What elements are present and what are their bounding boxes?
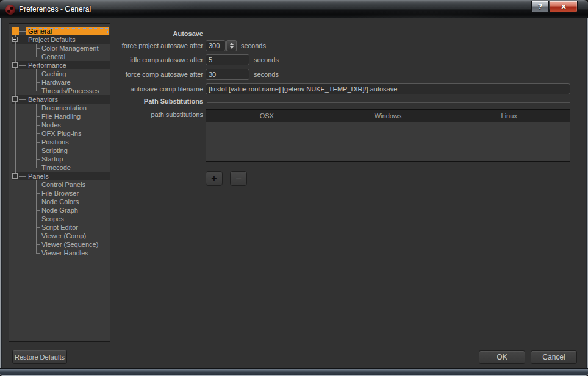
tree-indent <box>12 206 19 215</box>
tree-item-viewer-sequence[interactable]: Viewer (Sequence) <box>12 240 110 249</box>
tree-connector <box>32 163 40 172</box>
column-header-osx: OSX <box>206 110 328 122</box>
restore-defaults-button[interactable]: Restore Defaults <box>12 350 67 364</box>
tree-connector <box>32 180 40 189</box>
tree-item-viewer-comp[interactable]: Viewer (Comp) <box>12 232 110 240</box>
tree-connector <box>32 129 40 138</box>
seconds-suffix: seconds <box>241 42 266 49</box>
tree-item-label: Script Editor <box>40 224 80 231</box>
tree-connector <box>32 138 40 146</box>
tree-item-node-graph[interactable]: Node Graph <box>12 206 110 215</box>
collapse-toggle-icon[interactable] <box>12 37 18 42</box>
tree-item-startup[interactable]: Startup <box>12 155 110 163</box>
tree-connector <box>32 206 40 215</box>
tree-item-label: Nodes <box>40 121 63 129</box>
tree-item-viewer-handles[interactable]: Viewer Handles <box>12 249 110 257</box>
column-header-windows: Windows <box>328 110 449 122</box>
tree-item-label: Node Graph <box>40 207 80 214</box>
path-substitutions-header-row: OSX Windows Linux <box>206 110 570 122</box>
tree-item-label: OFX Plug-ins <box>40 130 83 137</box>
tree-item-label: File Browser <box>40 190 81 197</box>
tree-indent <box>12 232 19 240</box>
force-comp-autosave-label: force comp autosave after <box>2 71 203 78</box>
tree-item-label: Node Colors <box>40 198 81 205</box>
force-comp-autosave-input[interactable] <box>206 69 249 80</box>
tree-item-nodes[interactable]: Nodes <box>12 121 110 129</box>
cancel-button[interactable]: Cancel <box>531 350 577 364</box>
tree-item-label: Scripting <box>40 147 70 154</box>
tree-item-positions[interactable]: Positions <box>12 138 110 146</box>
tree-item-label: Timecode <box>40 164 73 171</box>
tree-item-panels[interactable]: Panels <box>12 172 110 180</box>
idle-comp-autosave-label: idle comp autosave after <box>2 56 203 63</box>
collapse-toggle-icon[interactable] <box>12 173 18 179</box>
tree-connector <box>32 121 40 129</box>
dialog-content: GeneralProject DefaultsColor ManagementG… <box>2 18 586 370</box>
spin-up-icon[interactable] <box>230 43 234 45</box>
section-rule <box>207 102 570 103</box>
tree-indent <box>12 197 19 206</box>
tree-indent <box>12 189 19 197</box>
tree-indent <box>12 172 19 180</box>
titlebar[interactable]: Preferences - General ? ✕ <box>0 0 588 18</box>
tree-item-file-browser[interactable]: File Browser <box>12 189 110 197</box>
tree-item-label: Viewer Handles <box>40 249 90 257</box>
caption-buttons: ? ✕ <box>531 1 578 13</box>
tree-connector <box>19 172 26 180</box>
close-button[interactable]: ✕ <box>550 1 578 13</box>
ok-button[interactable]: OK <box>479 350 525 364</box>
column-header-linux: Linux <box>448 110 570 122</box>
tree-item-label: Startup <box>40 155 65 163</box>
tree-indent <box>12 223 19 232</box>
section-rule <box>207 35 570 35</box>
seconds-suffix: seconds <box>254 71 279 78</box>
tree-item-control-panels[interactable]: Control Panels <box>12 180 110 189</box>
tree-indent <box>12 155 19 163</box>
tree-connector <box>32 189 40 197</box>
path-substitutions-section-title: Path Substitutions <box>2 98 203 105</box>
tree-indent <box>12 163 19 172</box>
tree-connector <box>32 215 40 223</box>
tree-indent <box>12 129 19 138</box>
tree-indent <box>12 121 19 129</box>
tree-connector <box>32 249 40 257</box>
tree-indent <box>12 215 19 223</box>
tree-indent <box>12 240 19 249</box>
path-substitutions-table[interactable]: OSX Windows Linux <box>206 109 570 162</box>
tree-connector <box>32 240 40 249</box>
path-substitutions-label: path substitutions <box>2 111 203 118</box>
help-button[interactable]: ? <box>531 1 549 13</box>
screen: Preferences - General ? ✕ GeneralProject… <box>0 0 588 376</box>
tree-item-label: Panels <box>26 172 51 180</box>
add-row-button[interactable]: + <box>206 171 223 186</box>
tree-item-scripting[interactable]: Scripting <box>12 146 110 155</box>
tree-connector <box>32 232 40 240</box>
window-title: Preferences - General <box>19 5 91 13</box>
autosave-filename-input[interactable] <box>206 83 570 94</box>
nuke-logo-icon <box>5 5 15 15</box>
tree-item-node-colors[interactable]: Node Colors <box>12 197 110 206</box>
autosave-section-title: Autosave <box>2 30 203 37</box>
window-border-bottom <box>0 368 588 376</box>
tree-connector <box>32 146 40 155</box>
force-project-autosave-input[interactable] <box>206 40 226 51</box>
spin-down-icon[interactable] <box>230 46 234 49</box>
tree-item-scopes[interactable]: Scopes <box>12 215 110 223</box>
tree-connector <box>32 197 40 206</box>
tree-indent <box>12 138 19 146</box>
idle-comp-autosave-input[interactable] <box>206 54 249 65</box>
remove-row-button[interactable]: − <box>230 171 247 186</box>
force-project-autosave-label: force project autosave after <box>2 42 203 49</box>
seconds-suffix: seconds <box>254 56 279 63</box>
tree-item-label: Viewer (Comp) <box>40 232 88 239</box>
tree-item-label: Viewer (Sequence) <box>40 241 100 248</box>
tree-item-timecode[interactable]: Timecode <box>12 163 110 172</box>
tree-indent <box>12 146 19 155</box>
tree-item-ofx-plug-ins[interactable]: OFX Plug-ins <box>12 129 110 138</box>
window-border-left <box>0 18 2 370</box>
tree-item-label: Positions <box>40 138 71 146</box>
tree-item-script-editor[interactable]: Script Editor <box>12 223 110 232</box>
preferences-window: Preferences - General ? ✕ GeneralProject… <box>0 0 588 376</box>
tree-indent <box>12 180 19 189</box>
force-project-autosave-stepper[interactable] <box>226 40 237 51</box>
